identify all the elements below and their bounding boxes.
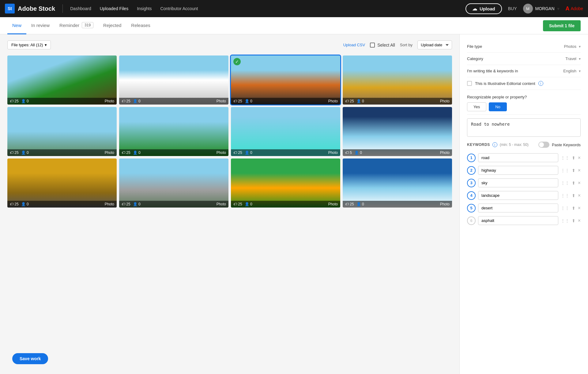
- yes-button[interactable]: Yes: [467, 102, 486, 111]
- image-card-9[interactable]: 🏷 25 👤 0 Photo: [7, 158, 117, 208]
- sort-select[interactable]: Upload date: [417, 40, 452, 49]
- recognizable-row: Recognizable people or property? Yes No: [467, 90, 581, 115]
- image-footer-1: 🏷 25 👤 0 Photo: [7, 98, 117, 105]
- buy-link[interactable]: BUY: [508, 6, 517, 11]
- image-footer-6: 🏷 25 👤 0 Photo: [119, 149, 228, 156]
- keyword-drag-2[interactable]: ⋮⋮: [561, 168, 569, 173]
- keyword-drag-3[interactable]: ⋮⋮: [561, 181, 569, 185]
- nav-link-uploaded-files[interactable]: Uploaded Files: [100, 6, 128, 11]
- keyword-input-2[interactable]: [478, 166, 558, 175]
- upload-button[interactable]: ☁ Upload: [466, 3, 502, 14]
- image-likes-2: 🏷 25: [122, 99, 130, 103]
- toolbar: File types: All (12) ▾ Upload CSV Select…: [7, 40, 452, 49]
- image-type-9: Photo: [105, 202, 114, 206]
- no-button[interactable]: No: [489, 102, 507, 111]
- image-card-4[interactable]: 🏷 25 👤 0 Photo: [343, 55, 452, 105]
- tab-reminder[interactable]: Reminder 319: [55, 17, 98, 34]
- keyword-remove-2[interactable]: ×: [578, 168, 581, 173]
- save-work-button[interactable]: Save work: [12, 353, 48, 364]
- keywords-hint: (min: 5 - max: 50): [500, 143, 529, 147]
- image-likes-6: 🏷 25: [122, 151, 130, 155]
- image-type-7: Photo: [328, 151, 338, 155]
- left-panel: File types: All (12) ▾ Upload CSV Select…: [0, 34, 459, 374]
- keyword-remove-5[interactable]: ×: [578, 205, 581, 211]
- keyword-row-6: 6⋮⋮⬆×: [467, 214, 581, 227]
- image-card-6[interactable]: 🏷 25 👤 0 Photo: [119, 107, 228, 156]
- nav-link-insights[interactable]: Insights: [137, 6, 152, 11]
- select-all-area[interactable]: Select All: [370, 43, 395, 48]
- image-type-1: Photo: [105, 99, 114, 103]
- keyword-row-4: 4⋮⋮⬆×: [467, 189, 581, 202]
- keyword-input-4[interactable]: [478, 191, 558, 200]
- keyword-input-5[interactable]: [478, 204, 558, 212]
- image-thumb-8: [343, 107, 452, 156]
- image-card-8[interactable]: 🏷 5 👤 0 Photo: [343, 107, 452, 156]
- image-card-10[interactable]: 🏷 25 👤 0 Photo: [119, 158, 228, 208]
- image-users-2: 👤 0: [133, 99, 141, 103]
- paste-keywords-area: Paste Keywords: [538, 142, 581, 148]
- keyword-input-3[interactable]: [478, 178, 558, 187]
- keyword-up-3[interactable]: ⬆: [572, 181, 575, 185]
- file-type-value-area[interactable]: Photos ▾: [564, 44, 581, 49]
- keyword-drag-6[interactable]: ⋮⋮: [561, 218, 569, 223]
- image-card-3[interactable]: ✓ 🏷 25 👤 0 Photo: [231, 55, 340, 105]
- paste-keywords-toggle[interactable]: [538, 142, 549, 148]
- image-likes-9: 🏷 25: [10, 202, 19, 206]
- tab-in-review[interactable]: In review: [26, 17, 55, 34]
- keyword-up-4[interactable]: ⬆: [572, 193, 575, 198]
- keyword-up-5[interactable]: ⬆: [572, 206, 575, 211]
- image-footer-8: 🏷 5 👤 0 Photo: [343, 149, 452, 156]
- image-card-1[interactable]: 🏷 25 👤 0 Photo: [7, 55, 117, 105]
- category-value-area[interactable]: Travel ▾: [565, 56, 581, 61]
- keyword-drag-4[interactable]: ⋮⋮: [561, 193, 569, 198]
- keyword-drag-1[interactable]: ⋮⋮: [561, 155, 569, 160]
- upload-csv-button[interactable]: Upload CSV: [343, 43, 365, 47]
- user-avatar: M: [523, 4, 533, 13]
- image-footer-2: 🏷 25 👤 0 Photo: [119, 98, 228, 105]
- selected-check-3: ✓: [233, 58, 241, 65]
- image-thumb-2: [119, 55, 228, 105]
- image-card-5[interactable]: 🏷 25 👤 0 Photo: [7, 107, 117, 156]
- image-type-10: Photo: [217, 202, 226, 206]
- tab-releases[interactable]: Releases: [126, 17, 155, 34]
- submit-button[interactable]: Submit 1 file: [543, 20, 581, 31]
- keyword-remove-4[interactable]: ×: [578, 193, 581, 198]
- language-value: English: [563, 69, 576, 73]
- title-input[interactable]: Road to nowhere: [467, 118, 581, 137]
- image-card-2[interactable]: 🏷 25 👤 0 Photo: [119, 55, 228, 105]
- tab-rejected[interactable]: Rejected: [98, 17, 126, 34]
- category-label: Category: [467, 56, 565, 61]
- image-card-7[interactable]: 🏷 25 👤 0 Photo: [231, 107, 340, 156]
- logo[interactable]: St Adobe Stock: [5, 4, 55, 13]
- keyword-input-1[interactable]: [478, 153, 558, 162]
- user-area[interactable]: M MORGAN ▾: [523, 4, 560, 13]
- keyword-input-6[interactable]: [478, 216, 558, 225]
- main-content: File types: All (12) ▾ Upload CSV Select…: [0, 34, 588, 374]
- image-type-11: Photo: [328, 202, 338, 206]
- image-type-3: Photo: [328, 99, 338, 103]
- image-card-12[interactable]: 🏷 25 👤 0 Photo: [343, 158, 452, 208]
- nav-link-dashboard[interactable]: Dashboard: [70, 6, 91, 11]
- image-type-12: Photo: [440, 202, 450, 206]
- sort-by-label: Sort by: [400, 43, 413, 47]
- nav-link-contributor-account[interactable]: Contributor Account: [160, 6, 198, 11]
- keyword-remove-3[interactable]: ×: [578, 180, 581, 186]
- image-card-11[interactable]: 🏷 25 👤 0 Photo: [231, 158, 340, 208]
- keyword-up-1[interactable]: ⬆: [572, 155, 575, 160]
- file-types-dropdown[interactable]: File types: All (12) ▾: [7, 40, 51, 49]
- tab-new[interactable]: New: [7, 17, 26, 34]
- keyword-up-2[interactable]: ⬆: [572, 168, 575, 173]
- keyword-number-3: 3: [467, 179, 476, 187]
- keyword-number-2: 2: [467, 166, 476, 175]
- editorial-checkbox[interactable]: [467, 81, 472, 86]
- editorial-info-icon[interactable]: i: [538, 81, 543, 86]
- keyword-remove-1[interactable]: ×: [578, 155, 581, 161]
- language-value-area[interactable]: English ▾: [563, 69, 581, 73]
- image-thumb-7: [231, 107, 340, 156]
- keyword-number-6: 6: [467, 216, 476, 225]
- keyword-remove-6[interactable]: ×: [578, 218, 581, 223]
- keyword-up-6[interactable]: ⬆: [572, 218, 575, 223]
- select-all-checkbox[interactable]: [370, 43, 375, 48]
- keyword-drag-5[interactable]: ⋮⋮: [561, 206, 569, 211]
- keywords-info-icon[interactable]: i: [492, 142, 497, 147]
